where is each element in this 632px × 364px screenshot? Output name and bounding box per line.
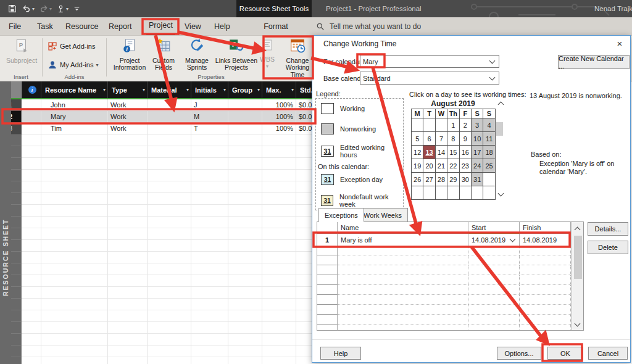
cancel-button[interactable]: Cancel <box>588 347 628 360</box>
sheet-cell[interactable]: J <box>191 99 228 111</box>
sheet-cell[interactable] <box>228 334 262 345</box>
sheet-cell[interactable] <box>191 287 228 299</box>
sheet-cell[interactable] <box>22 334 41 345</box>
calendar-day[interactable]: 7 <box>436 132 447 146</box>
exception-empty-cell[interactable] <box>468 265 520 275</box>
tab-view[interactable]: View <box>182 17 204 35</box>
sheet-cell[interactable] <box>108 322 148 334</box>
sheet-cell[interactable] <box>41 263 108 275</box>
exception-name-cell[interactable]: Mary is off <box>338 234 468 246</box>
sheet-cell[interactable]: 100% <box>262 123 296 134</box>
column-header-type[interactable]: Type ▾ <box>108 81 148 98</box>
exception-empty-cell[interactable] <box>468 315 520 325</box>
sheet-cell[interactable] <box>41 334 108 345</box>
exception-empty-cell[interactable] <box>520 255 571 265</box>
calendar-day[interactable]: 24 <box>472 159 483 173</box>
sheet-cell[interactable] <box>262 134 296 146</box>
sheet-cell[interactable] <box>191 205 228 217</box>
sheet-cell[interactable]: Work <box>108 111 148 123</box>
calendar-scroll-down[interactable] <box>497 191 505 196</box>
sheet-cell[interactable]: Work <box>108 99 148 111</box>
sheet-cell[interactable] <box>228 287 262 299</box>
empty-row[interactable] <box>0 134 316 146</box>
sheet-cell[interactable] <box>148 158 191 170</box>
calendar-day[interactable]: 26 <box>412 173 423 186</box>
sheet-cell[interactable] <box>262 217 296 228</box>
sheet-cell[interactable] <box>148 240 191 252</box>
calendar-day[interactable]: 5 <box>412 132 423 146</box>
sheet-cell[interactable] <box>228 310 262 322</box>
sheet-cell[interactable] <box>22 299 41 310</box>
sheet-cell[interactable] <box>262 252 296 263</box>
calendar-day[interactable]: 25 <box>483 159 495 173</box>
calendar-day[interactable]: 27 <box>423 173 435 186</box>
sheet-cell[interactable] <box>262 181 296 193</box>
filter-icon[interactable]: ▾ <box>223 87 226 93</box>
filter-icon[interactable]: ▾ <box>103 87 106 93</box>
calendar-day[interactable]: 11 <box>483 132 495 146</box>
sheet-cell[interactable] <box>108 287 148 299</box>
sheet-cell[interactable] <box>22 134 41 146</box>
sheet-cell[interactable] <box>22 158 41 170</box>
project-information-button[interactable]: i Project Information <box>112 38 147 72</box>
exception-empty-cell[interactable] <box>317 265 338 275</box>
sheet-cell[interactable] <box>108 275 148 287</box>
sheet-cell[interactable] <box>191 310 228 322</box>
details-button[interactable]: Details... <box>588 222 628 236</box>
my-addins-button[interactable]: My Add-ins ▾ <box>48 60 98 70</box>
sheet-cell[interactable] <box>262 357 296 364</box>
get-addins-button[interactable]: Get Add-ins <box>48 41 95 51</box>
calendar-day[interactable]: 1 <box>447 118 459 132</box>
exception-empty-cell[interactable] <box>317 305 338 315</box>
sheet-cell[interactable] <box>228 345 262 357</box>
empty-row[interactable] <box>0 205 316 217</box>
sheet-cell[interactable] <box>262 170 296 181</box>
sheet-cell[interactable] <box>191 240 228 252</box>
empty-row[interactable] <box>0 310 316 322</box>
tab-resource[interactable]: Resource <box>63 17 101 35</box>
empty-row[interactable] <box>0 146 316 158</box>
sheet-cell[interactable] <box>191 228 228 240</box>
exceptions-scroll-thumb[interactable] <box>574 236 582 279</box>
sheet-cell[interactable] <box>228 263 262 275</box>
exception-empty-row[interactable] <box>317 246 583 255</box>
sheet-cell[interactable] <box>41 357 108 364</box>
calendar-day[interactable]: 29 <box>447 173 459 186</box>
sheet-cell[interactable] <box>108 240 148 252</box>
sheet-cell[interactable] <box>41 181 108 193</box>
calendar-day[interactable]: 17 <box>472 146 483 159</box>
sheet-cell[interactable] <box>41 240 108 252</box>
exception-empty-cell[interactable] <box>317 285 338 295</box>
calendar-day[interactable] <box>483 173 495 186</box>
sheet-cell[interactable] <box>22 263 41 275</box>
sheet-cell[interactable] <box>228 275 262 287</box>
ok-button[interactable]: OK <box>547 347 583 360</box>
exception-empty-cell[interactable] <box>317 255 338 265</box>
sheet-cell[interactable] <box>22 181 41 193</box>
exception-empty-cell[interactable] <box>338 265 468 275</box>
sheet-cell[interactable] <box>22 287 41 299</box>
sheet-cell[interactable] <box>191 275 228 287</box>
empty-row[interactable] <box>0 217 316 228</box>
sheet-cell[interactable] <box>191 134 228 146</box>
sheet-cell[interactable] <box>41 228 108 240</box>
sheet-cell[interactable] <box>228 193 262 205</box>
sheet-cell[interactable] <box>228 240 262 252</box>
sheet-cell[interactable] <box>148 99 191 111</box>
calendar-day[interactable]: 21 <box>436 159 447 173</box>
links-between-projects-button[interactable]: P Links Between Projects <box>215 38 258 72</box>
sheet-cell[interactable] <box>108 193 148 205</box>
exception-empty-cell[interactable] <box>468 255 520 265</box>
empty-row[interactable] <box>0 345 316 357</box>
tab-exceptions[interactable]: Exceptions <box>318 208 364 222</box>
sheet-cell[interactable] <box>108 170 148 181</box>
sheet-cell[interactable] <box>191 158 228 170</box>
sheet-cell[interactable] <box>262 263 296 275</box>
sheet-cell[interactable] <box>228 299 262 310</box>
exception-empty-row[interactable] <box>317 265 583 275</box>
sheet-cell[interactable] <box>262 240 296 252</box>
account-user-name[interactable]: Nenad Trajkov <box>594 0 632 17</box>
exception-empty-cell[interactable] <box>338 275 468 285</box>
exception-empty-cell[interactable] <box>317 246 338 255</box>
empty-row[interactable] <box>0 240 316 252</box>
